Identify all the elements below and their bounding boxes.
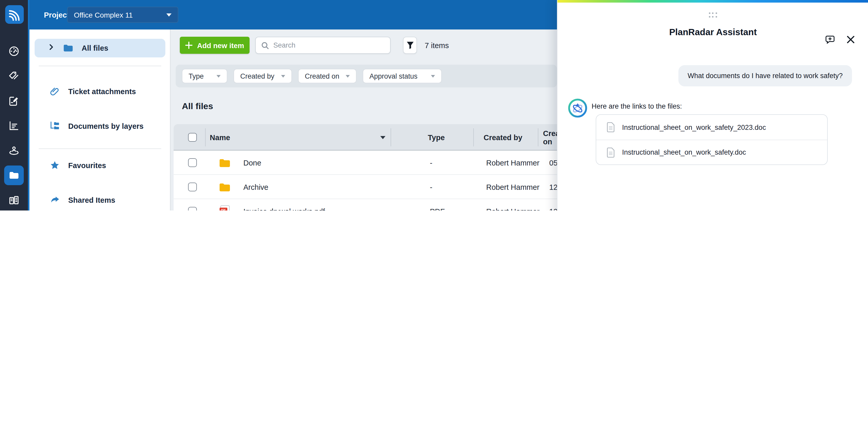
sidebar-item-label: Documents by layers [68,122,144,130]
column-header-type[interactable]: Type [428,124,445,150]
folder-icon [219,156,231,170]
rail-documents-icon[interactable] [4,166,24,185]
top-bar: Project Office Complex 11 [0,0,557,29]
search-input-container [255,37,391,54]
new-chat-icon[interactable] [824,33,836,46]
chevron-down-icon [281,75,285,77]
chevron-down-icon [431,75,435,77]
add-new-item-button[interactable]: Add new item [180,37,250,54]
file-name: Archive [243,175,269,199]
row-checkbox[interactable] [188,183,197,191]
column-header-name[interactable]: Name [210,124,230,150]
row-checkbox[interactable] [188,207,197,210]
rail-tickets-icon[interactable] [4,91,24,111]
planradar-logo[interactable] [5,5,24,24]
filter-bar: Type Created by Created on Approval stat… [176,65,557,87]
filter-created-on[interactable]: Created on [298,69,356,83]
close-icon[interactable] [844,33,857,46]
rail-site-presence-icon[interactable] [4,141,24,160]
chevron-right-icon[interactable] [48,44,55,52]
user-message: What documents do I have related to work… [678,65,852,86]
chevron-down-icon [166,13,172,16]
folder-icon [63,43,73,53]
table-row[interactable]: Done - Robert Hammer 05 [174,150,557,175]
pdf-file-icon: PDF [219,205,231,210]
file-name: Invoice drywal works.pdf [243,199,325,210]
documents-sidebar: All files Ticket attachments Documents b… [29,29,170,210]
sidebar-item-all-files[interactable]: All files [35,39,165,57]
column-divider [473,128,474,146]
rail-tags-icon[interactable] [4,66,24,86]
assistant-avatar [568,98,587,118]
assistant-message: Here are the links to the files: [592,103,682,110]
file-type: - [430,150,432,175]
items-count: 7 items [425,37,449,54]
star-icon [50,160,60,171]
chevron-down-icon [216,75,221,77]
file-type: - [430,175,432,199]
drag-handle[interactable] [709,12,717,17]
files-table: Name Type Created by Created on Done - R… [174,124,557,210]
file-created-on: 12 [549,175,557,199]
project-selector-value: Office Complex 11 [74,10,166,19]
search-input[interactable] [273,41,385,49]
search-icon [261,41,269,49]
document-icon [607,147,615,158]
sidebar-item-shared-items[interactable]: Shared Items [35,191,165,209]
file-list-area: Add new item 7 items Type Created by Cre… [170,29,557,210]
filter-created-by[interactable]: Created by [234,69,292,83]
divider [39,66,161,66]
svg-text:PDF: PDF [221,208,226,210]
file-link[interactable]: Instructional_sheet_on_work_safety_2023.… [596,115,827,140]
rail-dashboard-icon[interactable] [4,41,24,61]
file-type: PDF [430,199,445,210]
project-label: Project [44,0,69,29]
table-header: Name Type Created by Created on [174,124,557,150]
file-links-card: Instructional_sheet_on_work_safety_2023.… [596,114,828,165]
select-all-checkbox[interactable] [188,133,197,142]
paperclip-icon [50,86,60,97]
table-row[interactable]: PDF Invoice drywal works.pdf PDF Robert … [174,199,557,210]
column-header-created-by[interactable]: Created by [484,124,522,150]
nav-rail [0,0,29,210]
column-divider [538,128,538,146]
file-created-by: Robert Hammer [486,175,539,199]
column-divider [391,128,391,146]
sidebar-item-documents-by-layers[interactable]: Documents by layers [35,117,165,136]
file-link[interactable]: Instructional_sheet_on_work_safety.doc [596,140,827,165]
file-created-by: Robert Hammer [486,150,539,175]
row-checkbox[interactable] [188,158,197,167]
sidebar-item-ticket-attachments[interactable]: Ticket attachments [35,82,165,101]
column-divider [205,128,206,146]
file-created-on: 05 [549,150,557,175]
column-header-created-on[interactable]: Created on [543,124,557,150]
sort-caret-icon[interactable] [380,124,385,150]
sidebar-item-label: Favourites [68,161,106,170]
assistant-panel: PlanRadar Assistant What documents do I … [557,0,868,210]
table-row[interactable]: Archive - Robert Hammer 12 [174,175,557,199]
filter-type[interactable]: Type [182,69,227,83]
project-selector[interactable]: Office Complex 11 [67,7,178,23]
filter-button[interactable] [403,37,417,54]
filter-approval-status[interactable]: Approval status [363,69,442,83]
plus-icon [185,41,193,49]
assistant-title: PlanRadar Assistant [557,27,868,38]
funnel-icon [406,41,413,49]
file-name: Done [243,150,261,175]
app-window: Project Office Complex 11 [0,0,868,210]
sidebar-item-favourites[interactable]: Favourites [35,156,165,175]
sidebar-item-label: Shared Items [68,196,115,204]
divider [39,148,161,149]
sidebar-item-label: All files [82,44,108,52]
list-heading: All files [182,102,213,112]
file-created-by: Robert Hammer [486,199,539,210]
sidebar-item-label: Ticket attachments [68,87,136,96]
chevron-down-icon [346,75,350,77]
document-icon [607,122,615,132]
rail-company-icon[interactable] [4,190,24,210]
folder-icon [219,180,231,194]
gradient-accent-bar [557,0,868,3]
layers-folders-icon [50,121,60,131]
share-arrow-icon [50,195,60,205]
rail-statistics-icon[interactable] [4,116,24,136]
